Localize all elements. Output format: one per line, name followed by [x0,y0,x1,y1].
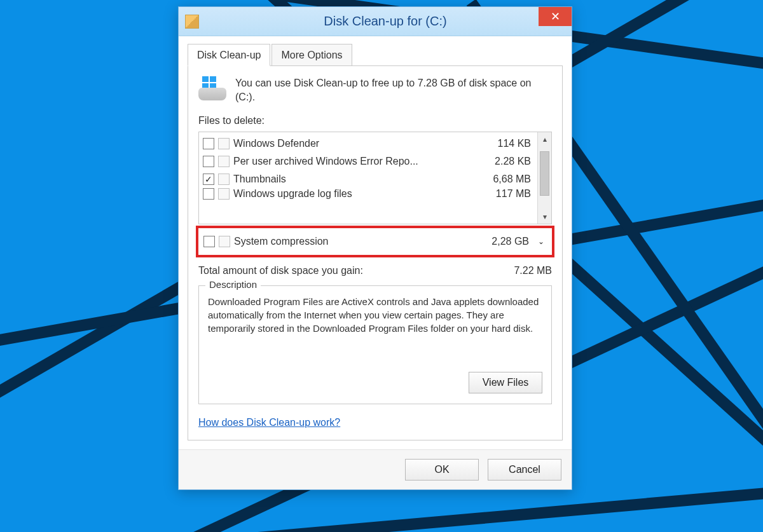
file-icon [219,236,230,247]
file-size: 2.28 KB [476,156,533,167]
file-row-error-reports[interactable]: Per user archived Windows Error Repo... … [203,153,533,170]
scroll-thumb[interactable] [540,151,549,196]
scroll-track[interactable] [538,146,551,210]
file-name: Per user archived Windows Error Repo... [233,156,472,167]
ok-button[interactable]: OK [405,459,479,481]
file-size: 6,68 MB [476,174,533,185]
desktop: Disk Clean-up for (C:) ✕ Disk Clean-up M… [0,0,763,532]
disk-cleanup-icon [185,15,199,29]
file-row-upgrade-logs[interactable]: Windows upgrade log files 117 MB [203,188,533,200]
file-icon [218,174,230,185]
checkbox[interactable]: ✓ [203,174,214,185]
scrollbar[interactable]: ▴ ▾ [537,132,551,224]
close-button[interactable]: ✕ [539,7,572,26]
intro-text: You can use Disk Clean-up to free up to … [235,76,552,104]
description-group: Description Downloaded Program Files are… [198,285,552,404]
disk-cleanup-window: Disk Clean-up for (C:) ✕ Disk Clean-up M… [178,6,572,490]
total-space-label: Total amount of disk space you gain: [198,265,363,276]
file-size: 117 MB [476,188,533,200]
file-list-viewport: Windows Defender 114 KB Per user archive… [199,132,537,224]
file-size: 2,28 GB [474,236,532,247]
file-row-thumbnails[interactable]: ✓ Thumbnails 6,68 MB [203,170,533,188]
tab-panel-cleanup: You can use Disk Clean-up to free up to … [188,65,563,440]
tab-more-options[interactable]: More Options [272,44,352,66]
total-space-row: Total amount of disk space you gain: 7.2… [198,265,552,276]
file-name: Windows upgrade log files [233,188,472,200]
description-text: Downloaded Program Files are ActiveX con… [208,295,542,335]
scroll-up-icon[interactable]: ▴ [538,132,551,146]
help-link[interactable]: How does Disk Clean-up work? [198,417,340,428]
dialog-button-bar: OK Cancel [179,449,572,489]
checkbox[interactable] [203,156,214,167]
file-row-system-compression[interactable]: System compression 2,28 GB ⌄ [203,232,547,251]
file-list: Windows Defender 114 KB Per user archive… [198,132,552,224]
chevron-down-icon[interactable]: ⌄ [535,237,547,246]
window-body: Disk Clean-up More Options You can use D… [179,36,572,449]
total-space-value: 7.22 MB [514,265,552,276]
file-icon [218,156,230,167]
view-files-button[interactable]: View Files [469,372,542,393]
file-row-windows-defender[interactable]: Windows Defender 114 KB [203,135,533,153]
highlighted-system-compression: System compression 2,28 GB ⌄ [196,226,554,257]
description-legend: Description [205,279,261,290]
file-icon [218,138,230,149]
files-to-delete-label: Files to delete: [198,115,552,126]
cancel-button[interactable]: Cancel [488,459,561,481]
scroll-down-icon[interactable]: ▾ [538,210,551,224]
file-size: 114 KB [476,138,533,149]
file-name: Thumbnails [233,174,472,185]
intro: You can use Disk Clean-up to free up to … [198,76,552,104]
checkbox[interactable] [203,188,214,200]
tabs: Disk Clean-up More Options [188,44,563,66]
window-title: Disk Clean-up for (C:) [199,14,572,29]
checkbox[interactable] [203,236,215,247]
tab-disk-cleanup[interactable]: Disk Clean-up [188,44,270,66]
file-name: Windows Defender [233,138,472,149]
file-name: System compression [234,236,471,247]
checkbox[interactable] [203,138,214,149]
file-icon [218,188,230,200]
cleanup-icon [198,76,226,102]
titlebar[interactable]: Disk Clean-up for (C:) ✕ [179,7,572,36]
